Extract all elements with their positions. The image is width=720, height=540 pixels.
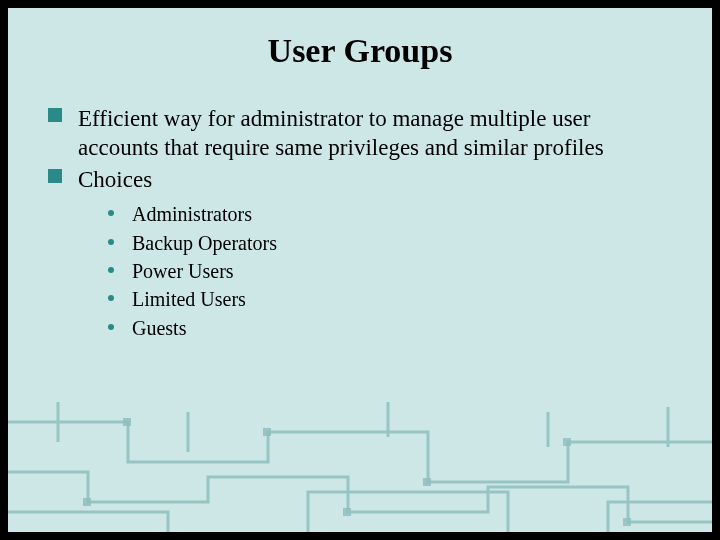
bullet-text: Choices bbox=[78, 167, 152, 192]
square-bullet-icon bbox=[48, 108, 62, 122]
svg-rect-2 bbox=[423, 478, 431, 486]
dot-bullet-icon bbox=[108, 239, 114, 245]
bullet-level1: Choices bbox=[48, 165, 672, 194]
dot-bullet-icon bbox=[108, 295, 114, 301]
bullet-text: Power Users bbox=[132, 260, 234, 282]
bullet-level2: Backup Operators bbox=[108, 229, 672, 257]
svg-rect-4 bbox=[83, 498, 91, 506]
bullet-text: Efficient way for administrator to manag… bbox=[78, 106, 604, 160]
slide-title: User Groups bbox=[8, 32, 712, 70]
slide-frame: User Groups Efficient way for administra… bbox=[0, 0, 720, 540]
bullet-text: Administrators bbox=[132, 203, 252, 225]
bullet-level2: Guests bbox=[108, 314, 672, 342]
dot-bullet-icon bbox=[108, 210, 114, 216]
slide-body: Efficient way for administrator to manag… bbox=[48, 104, 672, 342]
svg-rect-5 bbox=[343, 508, 351, 516]
circuit-decoration bbox=[8, 392, 712, 532]
bullet-text: Limited Users bbox=[132, 288, 246, 310]
svg-rect-1 bbox=[263, 428, 271, 436]
svg-rect-0 bbox=[123, 418, 131, 426]
svg-rect-3 bbox=[563, 438, 571, 446]
dot-bullet-icon bbox=[108, 324, 114, 330]
slide-content: User Groups Efficient way for administra… bbox=[8, 8, 712, 532]
sub-bullet-list: Administrators Backup Operators Power Us… bbox=[108, 200, 672, 342]
dot-bullet-icon bbox=[108, 267, 114, 273]
svg-rect-6 bbox=[623, 518, 631, 526]
bullet-level2: Power Users bbox=[108, 257, 672, 285]
bullet-level2: Administrators bbox=[108, 200, 672, 228]
bullet-text: Backup Operators bbox=[132, 232, 277, 254]
bullet-text: Guests bbox=[132, 317, 186, 339]
square-bullet-icon bbox=[48, 169, 62, 183]
bullet-level2: Limited Users bbox=[108, 285, 672, 313]
bullet-level1: Efficient way for administrator to manag… bbox=[48, 104, 672, 163]
